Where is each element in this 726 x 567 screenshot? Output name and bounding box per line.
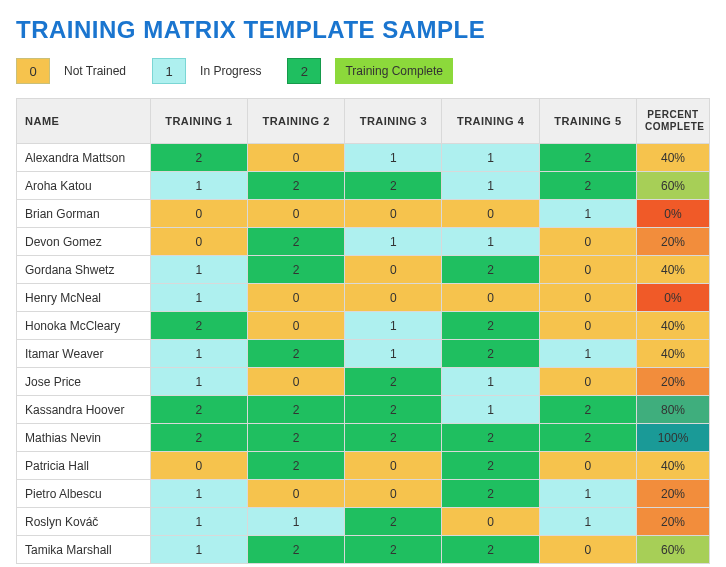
- table-body: Alexandra Mattson2011240%Aroha Katou1221…: [17, 144, 710, 564]
- training-value-cell: 0: [345, 256, 442, 284]
- training-value-cell: 0: [247, 200, 344, 228]
- training-value-cell: 0: [247, 480, 344, 508]
- training-value-cell: 1: [150, 340, 247, 368]
- legend-box-1: 1: [152, 58, 186, 84]
- training-value-cell: 2: [247, 424, 344, 452]
- name-cell: Roslyn Kováč: [17, 508, 151, 536]
- training-value-cell: 0: [247, 144, 344, 172]
- training-value-cell: 1: [539, 340, 636, 368]
- training-value-cell: 1: [345, 340, 442, 368]
- training-value-cell: 2: [442, 452, 539, 480]
- training-value-cell: 0: [539, 368, 636, 396]
- training-value-cell: 2: [442, 480, 539, 508]
- percent-complete-cell: 20%: [636, 480, 709, 508]
- training-value-cell: 1: [150, 480, 247, 508]
- table-row: Jose Price1021020%: [17, 368, 710, 396]
- legend-item-in-progress: 1 In Progress: [152, 58, 261, 84]
- percent-complete-cell: 0%: [636, 284, 709, 312]
- table-row: Devon Gomez0211020%: [17, 228, 710, 256]
- table-header-row: NAME TRAINING 1 TRAINING 2 TRAINING 3 TR…: [17, 99, 710, 144]
- table-row: Brian Gorman000010%: [17, 200, 710, 228]
- training-value-cell: 1: [539, 200, 636, 228]
- training-value-cell: 2: [442, 424, 539, 452]
- training-value-cell: 0: [345, 480, 442, 508]
- name-cell: Itamar Weaver: [17, 340, 151, 368]
- training-value-cell: 2: [345, 424, 442, 452]
- training-value-cell: 1: [345, 312, 442, 340]
- col-header-t5: TRAINING 5: [539, 99, 636, 144]
- training-value-cell: 1: [247, 508, 344, 536]
- col-header-t1: TRAINING 1: [150, 99, 247, 144]
- legend-label-0: Not Trained: [64, 64, 126, 78]
- name-cell: Gordana Shwetz: [17, 256, 151, 284]
- training-value-cell: 1: [345, 144, 442, 172]
- training-value-cell: 2: [345, 536, 442, 564]
- name-cell: Devon Gomez: [17, 228, 151, 256]
- training-value-cell: 1: [150, 536, 247, 564]
- training-value-cell: 2: [247, 536, 344, 564]
- training-value-cell: 0: [539, 452, 636, 480]
- training-value-cell: 0: [539, 228, 636, 256]
- training-value-cell: 0: [539, 536, 636, 564]
- name-cell: Henry McNeal: [17, 284, 151, 312]
- training-value-cell: 2: [345, 368, 442, 396]
- training-value-cell: 0: [345, 452, 442, 480]
- name-cell: Aroha Katou: [17, 172, 151, 200]
- percent-complete-cell: 40%: [636, 452, 709, 480]
- training-value-cell: 2: [247, 340, 344, 368]
- table-row: Honoka McCleary2012040%: [17, 312, 710, 340]
- training-value-cell: 2: [150, 312, 247, 340]
- training-value-cell: 2: [539, 424, 636, 452]
- col-header-t2: TRAINING 2: [247, 99, 344, 144]
- training-value-cell: 2: [345, 508, 442, 536]
- training-value-cell: 1: [442, 228, 539, 256]
- training-value-cell: 0: [247, 284, 344, 312]
- table-row: Aroha Katou1221260%: [17, 172, 710, 200]
- training-value-cell: 2: [247, 452, 344, 480]
- training-value-cell: 0: [539, 312, 636, 340]
- training-value-cell: 0: [150, 452, 247, 480]
- name-cell: Jose Price: [17, 368, 151, 396]
- legend-item-training-complete: 2 Training Complete: [287, 58, 453, 84]
- training-value-cell: 0: [247, 312, 344, 340]
- table-row: Patricia Hall0202040%: [17, 452, 710, 480]
- training-value-cell: 0: [150, 200, 247, 228]
- training-value-cell: 2: [150, 424, 247, 452]
- col-header-t3: TRAINING 3: [345, 99, 442, 144]
- training-value-cell: 0: [442, 284, 539, 312]
- training-value-cell: 1: [442, 368, 539, 396]
- percent-complete-cell: 100%: [636, 424, 709, 452]
- training-value-cell: 2: [247, 396, 344, 424]
- name-cell: Brian Gorman: [17, 200, 151, 228]
- percent-complete-cell: 60%: [636, 172, 709, 200]
- training-value-cell: 0: [247, 368, 344, 396]
- training-value-cell: 2: [539, 396, 636, 424]
- training-value-cell: 2: [345, 396, 442, 424]
- table-row: Mathias Nevin22222100%: [17, 424, 710, 452]
- percent-complete-cell: 20%: [636, 228, 709, 256]
- percent-complete-cell: 60%: [636, 536, 709, 564]
- training-value-cell: 2: [442, 536, 539, 564]
- legend-box-0: 0: [16, 58, 50, 84]
- training-value-cell: 2: [345, 172, 442, 200]
- training-value-cell: 2: [442, 256, 539, 284]
- training-value-cell: 2: [442, 312, 539, 340]
- training-value-cell: 0: [345, 284, 442, 312]
- table-row: Roslyn Kováč1120120%: [17, 508, 710, 536]
- percent-complete-cell: 20%: [636, 368, 709, 396]
- training-value-cell: 1: [442, 144, 539, 172]
- training-value-cell: 1: [150, 508, 247, 536]
- training-matrix-table: NAME TRAINING 1 TRAINING 2 TRAINING 3 TR…: [16, 98, 710, 564]
- training-value-cell: 1: [539, 480, 636, 508]
- training-value-cell: 2: [539, 172, 636, 200]
- training-value-cell: 0: [150, 228, 247, 256]
- training-value-cell: 2: [247, 172, 344, 200]
- table-row: Pietro Albescu1002120%: [17, 480, 710, 508]
- percent-complete-cell: 40%: [636, 340, 709, 368]
- name-cell: Honoka McCleary: [17, 312, 151, 340]
- col-header-name: NAME: [17, 99, 151, 144]
- training-value-cell: 1: [150, 256, 247, 284]
- legend-label-1: In Progress: [200, 64, 261, 78]
- training-value-cell: 0: [442, 200, 539, 228]
- name-cell: Mathias Nevin: [17, 424, 151, 452]
